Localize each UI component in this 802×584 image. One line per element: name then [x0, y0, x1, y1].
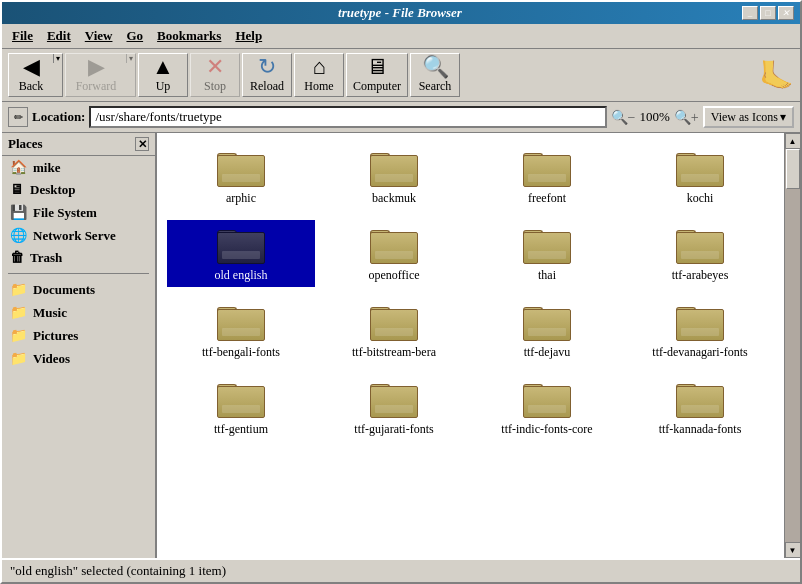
- file-name: ttf-indic-fonts-core: [501, 422, 592, 437]
- file-item-ttf-bitstream-bera[interactable]: ttf-bitstream-bera: [320, 297, 468, 364]
- folder-icon: [676, 147, 724, 187]
- folder-icon: [217, 224, 265, 264]
- status-bar: "old english" selected (containing 1 ite…: [2, 558, 800, 582]
- sidebar-item-filesystem[interactable]: 💾 File System: [2, 201, 155, 224]
- file-name: ttf-dejavu: [524, 345, 571, 360]
- sidebar-item-music[interactable]: 📁 Music: [2, 301, 155, 324]
- file-item-ttf-gentium[interactable]: ttf-gentium: [167, 374, 315, 441]
- sidebar-item-desktop[interactable]: 🖥 Desktop: [2, 179, 155, 201]
- computer-icon: 🖥: [366, 56, 388, 78]
- file-item-ttf-devanagari-fonts[interactable]: ttf-devanagari-fonts: [626, 297, 774, 364]
- file-item-ttf-kannada-fonts[interactable]: ttf-kannada-fonts: [626, 374, 774, 441]
- file-name: thai: [538, 268, 556, 283]
- minimize-button[interactable]: _: [742, 6, 758, 20]
- reload-button[interactable]: ↻ Reload: [242, 53, 292, 97]
- sidebar-item-network[interactable]: 🌐 Network Serve: [2, 224, 155, 247]
- main-window: truetype - File Browser _ □ ✕ File Edit …: [0, 0, 802, 584]
- folder-icon: [523, 378, 571, 418]
- file-item-backmuk[interactable]: backmuk: [320, 143, 468, 210]
- forward-dropdown[interactable]: ▾: [126, 54, 135, 63]
- file-item-old-english[interactable]: old english: [167, 220, 315, 287]
- folder-icon: [370, 301, 418, 341]
- stop-button[interactable]: ✕ Stop: [190, 53, 240, 97]
- home-button[interactable]: ⌂ Home: [294, 53, 344, 97]
- scroll-thumb[interactable]: [786, 149, 800, 189]
- file-item-ttf-gujarati-fonts[interactable]: ttf-gujarati-fonts: [320, 374, 468, 441]
- file-name: backmuk: [372, 191, 416, 206]
- view-as-icons-button[interactable]: View as Icons ▾: [703, 106, 794, 128]
- folder-icon: [370, 378, 418, 418]
- home-icon: ⌂: [312, 56, 325, 78]
- file-name: ttf-gujarati-fonts: [354, 422, 433, 437]
- menu-help[interactable]: Help: [229, 26, 268, 46]
- view-dropdown-arrow[interactable]: ▾: [780, 110, 786, 125]
- file-item-ttf-dejavu[interactable]: ttf-dejavu: [473, 297, 621, 364]
- toolbar: ◀ Back ▾ ▶ Forward ▾ ▲ Up ✕ Stop ↻ Reloa…: [2, 49, 800, 102]
- back-dropdown[interactable]: ▾: [53, 54, 62, 63]
- sidebar-network-icon: 🌐: [10, 227, 27, 244]
- file-item-ttf-arabeyes[interactable]: ttf-arabeyes: [626, 220, 774, 287]
- file-item-openoffice[interactable]: openoffice: [320, 220, 468, 287]
- location-input[interactable]: [89, 106, 606, 128]
- file-grid: arphicbackmukfreefontkochiold englishope…: [167, 143, 774, 441]
- folder-icon: [523, 147, 571, 187]
- sidebar-title: Places: [8, 136, 43, 152]
- folder-icon: [217, 378, 265, 418]
- sidebar-close-button[interactable]: ✕: [135, 137, 149, 151]
- window-controls: _ □ ✕: [742, 6, 794, 20]
- file-name: freefont: [528, 191, 566, 206]
- back-button[interactable]: ◀ Back: [9, 54, 53, 96]
- file-item-thai[interactable]: thai: [473, 220, 621, 287]
- file-item-ttf-bengali-fonts[interactable]: ttf-bengali-fonts: [167, 297, 315, 364]
- scrollbar-vertical[interactable]: ▲ ▼: [784, 133, 800, 558]
- file-item-ttf-indic-fonts-core[interactable]: ttf-indic-fonts-core: [473, 374, 621, 441]
- location-edit-icon[interactable]: ✏: [8, 107, 28, 127]
- sidebar-mike-icon: 🏠: [10, 159, 27, 176]
- main-area: Places ✕ 🏠 mike 🖥 Desktop 💾 File System …: [2, 133, 800, 558]
- file-name: ttf-arabeyes: [672, 268, 729, 283]
- file-name: ttf-bengali-fonts: [202, 345, 280, 360]
- forward-button[interactable]: ▶ Forward: [66, 54, 126, 96]
- scroll-down-button[interactable]: ▼: [785, 542, 801, 558]
- zoom-out-button[interactable]: 🔍−: [611, 109, 636, 126]
- file-name: ttf-gentium: [214, 422, 268, 437]
- sidebar-desktop-icon: 🖥: [10, 182, 24, 198]
- scroll-up-button[interactable]: ▲: [785, 133, 801, 149]
- gnome-logo: 🦶: [759, 59, 794, 92]
- sidebar-item-trash[interactable]: 🗑 Trash: [2, 247, 155, 269]
- sidebar-trash-icon: 🗑: [10, 250, 24, 266]
- location-label: Location:: [32, 109, 85, 125]
- menu-bar: File Edit View Go Bookmarks Help: [2, 24, 800, 49]
- sidebar-item-documents[interactable]: 📁 Documents: [2, 278, 155, 301]
- sidebar-videos-icon: 📁: [10, 350, 27, 367]
- maximize-button[interactable]: □: [760, 6, 776, 20]
- scroll-track[interactable]: [785, 149, 801, 542]
- close-button[interactable]: ✕: [778, 6, 794, 20]
- file-item-freefont[interactable]: freefont: [473, 143, 621, 210]
- sidebar-music-icon: 📁: [10, 304, 27, 321]
- folder-icon: [217, 147, 265, 187]
- sidebar: Places ✕ 🏠 mike 🖥 Desktop 💾 File System …: [2, 133, 157, 558]
- sidebar-item-mike[interactable]: 🏠 mike: [2, 156, 155, 179]
- search-button[interactable]: 🔍 Search: [410, 53, 460, 97]
- file-area: arphicbackmukfreefontkochiold englishope…: [157, 133, 784, 558]
- menu-view[interactable]: View: [79, 26, 119, 46]
- menu-go[interactable]: Go: [120, 26, 149, 46]
- sidebar-pictures-icon: 📁: [10, 327, 27, 344]
- up-button[interactable]: ▲ Up: [138, 53, 188, 97]
- file-item-kochi[interactable]: kochi: [626, 143, 774, 210]
- sidebar-filesystem-icon: 💾: [10, 204, 27, 221]
- folder-icon: [676, 378, 724, 418]
- folder-icon: [676, 301, 724, 341]
- menu-file[interactable]: File: [6, 26, 39, 46]
- menu-bookmarks[interactable]: Bookmarks: [151, 26, 227, 46]
- file-item-arphic[interactable]: arphic: [167, 143, 315, 210]
- stop-icon: ✕: [206, 56, 224, 78]
- sidebar-item-videos[interactable]: 📁 Videos: [2, 347, 155, 370]
- folder-icon: [370, 147, 418, 187]
- back-icon: ◀: [23, 56, 40, 78]
- computer-button[interactable]: 🖥 Computer: [346, 53, 408, 97]
- zoom-in-button[interactable]: 🔍+: [674, 109, 699, 126]
- menu-edit[interactable]: Edit: [41, 26, 77, 46]
- sidebar-item-pictures[interactable]: 📁 Pictures: [2, 324, 155, 347]
